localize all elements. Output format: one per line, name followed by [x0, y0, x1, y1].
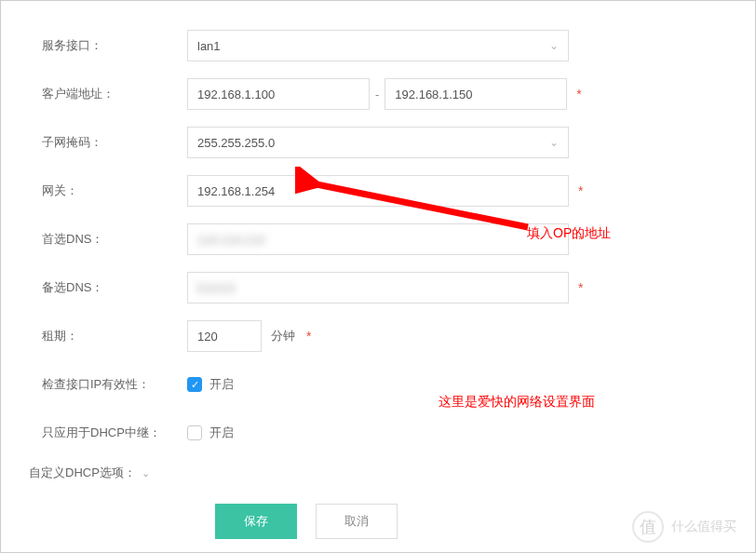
- label-check-validity: 检查接口IP有效性：: [1, 376, 187, 393]
- input-client-end[interactable]: [385, 78, 567, 110]
- row-subnet-mask: 子网掩码： 255.255.255.0 ⌄: [1, 126, 755, 159]
- field-client-address: - *: [187, 78, 755, 110]
- input-lease[interactable]: [187, 320, 262, 352]
- annotation-note: 这里是爱快的网络设置界面: [439, 394, 595, 411]
- input-gateway[interactable]: [187, 175, 569, 207]
- field-primary-dns: 114.114.114 *: [187, 223, 755, 255]
- label-subnet-mask: 子网掩码：: [1, 134, 187, 151]
- required-mark: *: [576, 87, 581, 101]
- row-secondary-dns: 备选DNS： 8.8.8.8 *: [1, 271, 755, 304]
- required-mark: *: [578, 280, 583, 295]
- field-dhcp-relay: 开启: [187, 425, 755, 441]
- select-subnet-mask[interactable]: 255.255.255.0 ⌄: [187, 127, 569, 158]
- watermark: 值 什么值得买: [632, 511, 736, 543]
- select-value: 255.255.255.0: [197, 136, 275, 150]
- blurred-text: 8.8.8.8: [197, 281, 235, 295]
- select-service-interface[interactable]: lan1 ⌄: [187, 30, 569, 61]
- input-primary-dns[interactable]: 114.114.114: [187, 223, 569, 255]
- field-check-validity: ✓ 开启: [187, 376, 755, 393]
- label-primary-dns: 首选DNS：: [1, 231, 187, 248]
- chevron-down-icon: ⌄: [549, 136, 559, 149]
- checkbox-label: 开启: [209, 425, 234, 441]
- blurred-text: 114.114.114: [197, 233, 264, 247]
- range-dash: -: [375, 88, 379, 101]
- watermark-text: 什么值得买: [671, 519, 736, 535]
- row-service-interface: 服务接口： lan1 ⌄: [1, 29, 755, 62]
- checkbox-check-validity[interactable]: ✓: [187, 377, 202, 392]
- annotation-arrow-text: 填入OP的地址: [527, 225, 611, 242]
- field-lease: 分钟 *: [187, 320, 755, 352]
- label-client-address: 客户端地址：: [1, 86, 187, 102]
- field-secondary-dns: 8.8.8.8 *: [187, 272, 755, 303]
- dhcp-settings-form: 服务接口： lan1 ⌄ 客户端地址： - * 子网掩码： 255.255.25…: [1, 1, 755, 539]
- row-lease: 租期： 分钟 *: [1, 319, 755, 353]
- custom-dhcp-toggle[interactable]: 自定义DHCP选项： ⌄: [1, 465, 755, 481]
- row-dhcp-relay: 只应用于DHCP中继： 开启: [1, 416, 755, 450]
- label-dhcp-relay: 只应用于DHCP中继：: [1, 425, 187, 441]
- watermark-logo: 值: [632, 511, 664, 543]
- field-service-interface: lan1 ⌄: [187, 30, 755, 61]
- label-lease: 租期：: [1, 328, 187, 344]
- row-primary-dns: 首选DNS： 114.114.114 *: [1, 223, 755, 256]
- required-mark: *: [306, 329, 311, 344]
- chevron-down-icon: ⌄: [142, 467, 150, 479]
- row-client-address: 客户端地址： - *: [1, 77, 755, 111]
- custom-dhcp-label: 自定义DHCP选项：: [29, 465, 136, 481]
- checkbox-wrap-relay: 开启: [187, 425, 234, 441]
- chevron-down-icon: ⌄: [549, 39, 559, 52]
- save-button[interactable]: 保存: [215, 504, 297, 539]
- checkbox-label: 开启: [209, 376, 234, 393]
- row-gateway: 网关： *: [1, 174, 755, 208]
- input-secondary-dns[interactable]: 8.8.8.8: [187, 272, 569, 303]
- lease-unit: 分钟: [271, 328, 295, 344]
- required-mark: *: [578, 183, 583, 198]
- row-check-validity: 检查接口IP有效性： ✓ 开启: [1, 368, 755, 401]
- checkbox-dhcp-relay[interactable]: [187, 425, 202, 440]
- field-subnet-mask: 255.255.255.0 ⌄: [187, 127, 755, 158]
- label-secondary-dns: 备选DNS：: [1, 279, 187, 296]
- field-gateway: *: [187, 175, 755, 207]
- label-service-interface: 服务接口：: [1, 37, 187, 54]
- input-client-start[interactable]: [187, 78, 370, 110]
- cancel-button[interactable]: 取消: [316, 504, 398, 539]
- select-value: lan1: [197, 39, 221, 53]
- label-gateway: 网关：: [1, 182, 187, 199]
- checkbox-wrap-validity: ✓ 开启: [187, 376, 234, 393]
